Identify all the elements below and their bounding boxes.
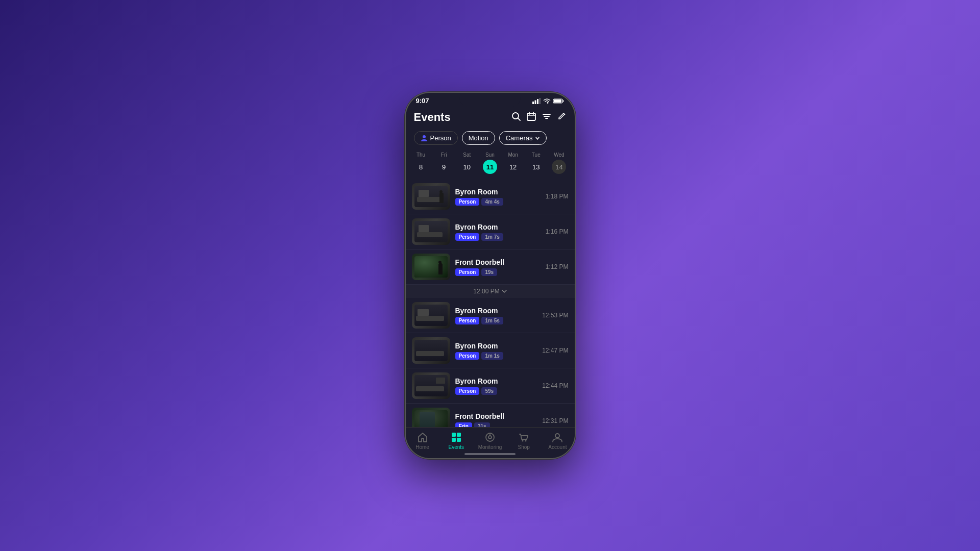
tag-person-4: Person bbox=[455, 317, 480, 324]
wifi-icon bbox=[543, 98, 551, 104]
time-divider-label: 12:00 PM bbox=[473, 288, 506, 295]
event-info-1: Byron Room Person 4m 4s bbox=[455, 188, 541, 206]
event-item-6[interactable]: Byron Room Person 59s 12:44 PM bbox=[406, 368, 575, 404]
chevron-down-icon bbox=[535, 136, 540, 141]
event-item-2[interactable]: Byron Room Person 1m 7s 1:16 PM bbox=[406, 214, 575, 249]
event-thumb-6 bbox=[412, 372, 450, 399]
tag-duration-1: 4m 4s bbox=[481, 198, 503, 206]
filter-person-label: Person bbox=[430, 134, 451, 142]
nav-shop-label: Shop bbox=[518, 444, 530, 450]
event-time-7: 12:31 PM bbox=[542, 417, 568, 424]
nav-events[interactable]: Events bbox=[439, 432, 473, 450]
cal-day-fri[interactable]: Fri 9 bbox=[437, 152, 451, 174]
nav-monitoring[interactable]: Monitoring bbox=[473, 432, 507, 450]
status-time: 9:07 bbox=[416, 97, 429, 105]
event-item-3[interactable]: Front Doorbell Person 19s 1:12 PM bbox=[406, 249, 575, 285]
status-icons bbox=[532, 98, 565, 104]
event-time-1: 1:18 PM bbox=[546, 193, 569, 200]
event-item-5[interactable]: Byron Room Person 1m 1s 12:47 PM bbox=[406, 333, 575, 368]
notch bbox=[459, 93, 521, 107]
nav-monitoring-label: Monitoring bbox=[478, 444, 502, 450]
tag-erin-7: Erin bbox=[455, 422, 472, 428]
edit-icon[interactable] bbox=[557, 112, 567, 123]
filter-motion[interactable]: Motion bbox=[462, 131, 495, 145]
event-time-4: 12:53 PM bbox=[542, 312, 568, 319]
nav-account[interactable]: Account bbox=[541, 432, 574, 450]
event-thumb-2 bbox=[412, 218, 450, 245]
filter-person[interactable]: Person bbox=[414, 131, 458, 145]
header: Events bbox=[406, 107, 575, 129]
tag-person-5: Person bbox=[455, 352, 480, 360]
svg-rect-3 bbox=[539, 98, 541, 104]
event-item-7[interactable]: Front Doorbell Erin 31s 12:31 PM bbox=[406, 404, 575, 427]
event-thumb-7 bbox=[412, 408, 450, 427]
nav-account-label: Account bbox=[548, 444, 567, 450]
svg-rect-21 bbox=[457, 438, 461, 442]
event-time-2: 1:16 PM bbox=[546, 228, 569, 235]
event-time-6: 12:44 PM bbox=[542, 382, 568, 389]
nav-shop[interactable]: Shop bbox=[507, 432, 541, 450]
event-camera-1: Byron Room bbox=[455, 188, 541, 196]
event-tags-5: Person 1m 1s bbox=[455, 352, 537, 360]
phone-frame: 9:07 bbox=[405, 92, 576, 459]
event-info-5: Byron Room Person 1m 1s bbox=[455, 342, 537, 360]
event-tags-7: Erin 31s bbox=[455, 422, 537, 428]
event-time-3: 1:12 PM bbox=[546, 263, 569, 270]
search-icon[interactable] bbox=[511, 112, 521, 123]
cal-day-sat[interactable]: Sat 10 bbox=[460, 152, 474, 174]
tag-duration-2: 1m 7s bbox=[481, 233, 503, 241]
events-list: Byron Room Person 4m 4s 1:18 PM bbox=[406, 179, 575, 427]
events-icon bbox=[451, 432, 462, 443]
event-tags-2: Person 1m 7s bbox=[455, 233, 541, 241]
event-item-1[interactable]: Byron Room Person 4m 4s 1:18 PM bbox=[406, 179, 575, 214]
filter-icon[interactable] bbox=[542, 112, 551, 123]
svg-point-23 bbox=[488, 436, 492, 439]
cal-day-thu[interactable]: Thu 8 bbox=[414, 152, 428, 174]
tag-duration-6: 59s bbox=[481, 387, 497, 395]
cal-day-tue[interactable]: Tue 13 bbox=[529, 152, 543, 174]
svg-rect-5 bbox=[554, 99, 561, 103]
event-tags-1: Person 4m 4s bbox=[455, 198, 541, 206]
svg-rect-0 bbox=[532, 102, 534, 104]
event-info-4: Byron Room Person 1m 5s bbox=[455, 307, 537, 324]
event-thumb-4 bbox=[412, 302, 450, 329]
nav-events-label: Events bbox=[449, 444, 464, 450]
nav-home[interactable]: Home bbox=[406, 432, 439, 450]
event-info-6: Byron Room Person 59s bbox=[455, 377, 537, 395]
filter-cameras-label: Cameras bbox=[506, 134, 533, 142]
svg-point-25 bbox=[522, 440, 524, 442]
svg-rect-20 bbox=[452, 438, 456, 442]
svg-point-17 bbox=[423, 135, 426, 138]
svg-line-8 bbox=[518, 118, 520, 120]
filter-bar: Person Motion Cameras bbox=[406, 129, 575, 150]
shop-icon bbox=[518, 432, 529, 443]
event-info-3: Front Doorbell Person 19s bbox=[455, 258, 541, 276]
event-camera-2: Byron Room bbox=[455, 223, 541, 231]
event-item-4[interactable]: Byron Room Person 1m 5s 12:53 PM bbox=[406, 298, 575, 333]
event-info-7: Front Doorbell Erin 31s bbox=[455, 412, 537, 428]
cal-day-mon[interactable]: Mon 12 bbox=[506, 152, 520, 174]
nav-home-label: Home bbox=[415, 444, 429, 450]
person-filter-icon bbox=[421, 135, 428, 142]
phone-inner: 9:07 bbox=[406, 93, 575, 458]
event-tags-6: Person 59s bbox=[455, 387, 537, 395]
svg-rect-18 bbox=[452, 433, 456, 437]
cal-day-wed[interactable]: Wed 14 bbox=[552, 152, 566, 174]
signal-icon bbox=[532, 98, 541, 104]
event-tags-3: Person 19s bbox=[455, 268, 541, 276]
event-thumb-5 bbox=[412, 337, 450, 364]
time-divider[interactable]: 12:00 PM bbox=[406, 285, 575, 298]
event-info-2: Byron Room Person 1m 7s bbox=[455, 223, 541, 241]
svg-rect-6 bbox=[562, 100, 564, 102]
event-camera-3: Front Doorbell bbox=[455, 258, 541, 266]
calendar-icon[interactable] bbox=[527, 112, 536, 123]
cal-day-sun[interactable]: Sun 11 bbox=[483, 152, 497, 174]
event-time-5: 12:47 PM bbox=[542, 347, 568, 354]
filter-cameras[interactable]: Cameras bbox=[499, 131, 547, 145]
home-icon bbox=[417, 432, 428, 443]
svg-rect-9 bbox=[527, 113, 535, 120]
filter-motion-label: Motion bbox=[469, 134, 488, 142]
svg-rect-2 bbox=[537, 99, 538, 104]
divider-chevron-icon bbox=[502, 289, 507, 293]
event-camera-4: Byron Room bbox=[455, 307, 537, 315]
